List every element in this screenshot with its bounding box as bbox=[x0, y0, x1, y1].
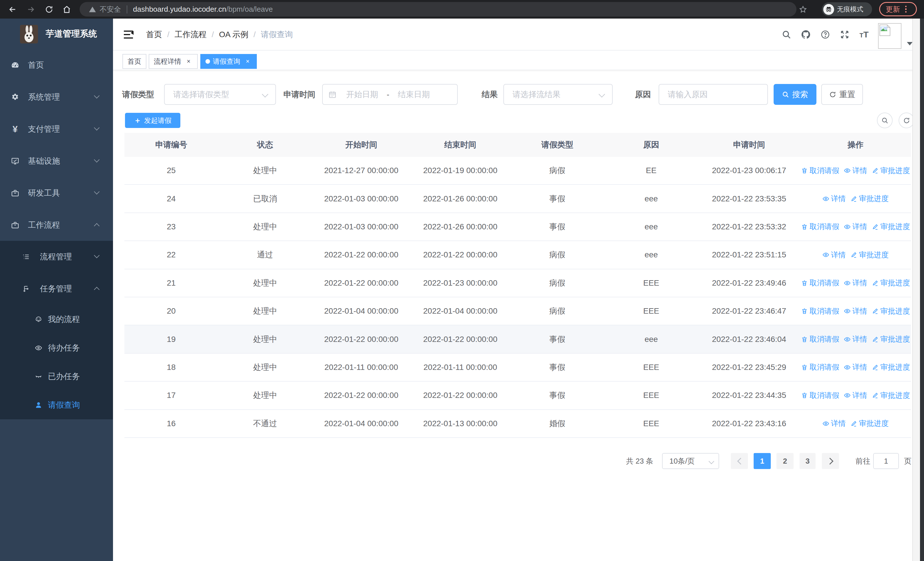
detail-link[interactable]: 详情 bbox=[844, 391, 867, 400]
cancel-leave-link[interactable]: 取消请假 bbox=[801, 222, 839, 232]
sidebar: 芋道管理系统 首页 系统管理 ¥ 支付管理 基础设施 研发工具 bbox=[0, 18, 113, 561]
approval-progress-link[interactable]: 审批进度 bbox=[872, 306, 910, 316]
breadcrumb-oa-example[interactable]: OA 示例 bbox=[219, 29, 249, 40]
table-refresh-button[interactable] bbox=[898, 113, 914, 128]
tab-process-detail[interactable]: 流程详情× bbox=[148, 54, 198, 69]
cancel-leave-link[interactable]: 取消请假 bbox=[801, 165, 839, 176]
approval-progress-link[interactable]: 审批进度 bbox=[872, 362, 910, 372]
cell-actions: 详情审批进度 bbox=[800, 194, 911, 204]
cancel-leave-link[interactable]: 取消请假 bbox=[801, 334, 839, 344]
cell-reason: EEE bbox=[604, 419, 698, 428]
close-icon[interactable]: × bbox=[244, 57, 252, 65]
sidebar-item-leave-query[interactable]: 请假查询 bbox=[0, 391, 113, 419]
sidebar-item-task-mgmt[interactable]: 任务管理 bbox=[0, 273, 113, 305]
page-size-select[interactable]: 10条/页 bbox=[662, 453, 719, 469]
next-page-button[interactable] bbox=[822, 453, 839, 469]
avatar-dropdown-icon[interactable] bbox=[907, 42, 913, 45]
page: 不安全 dashboard.yudao.iocoder.cn/bpm/oa/le… bbox=[0, 0, 924, 561]
tab-home[interactable]: 首页 bbox=[122, 54, 146, 69]
create-leave-button[interactable]: ＋ 发起请假 bbox=[125, 113, 180, 128]
breadcrumb-home[interactable]: 首页 bbox=[146, 29, 162, 40]
sidebar-item-devtools[interactable]: 研发工具 bbox=[0, 177, 113, 209]
leave-type-select[interactable]: 请选择请假类型 bbox=[164, 84, 276, 105]
sidebar-item-done-tasks[interactable]: 已办任务 bbox=[0, 362, 113, 391]
breadcrumb-workflow[interactable]: 工作流程 bbox=[175, 29, 207, 40]
breadcrumb-current: 请假查询 bbox=[261, 29, 293, 40]
fullscreen-icon[interactable] bbox=[840, 29, 850, 40]
detail-link[interactable]: 详情 bbox=[844, 334, 867, 344]
reload-icon[interactable] bbox=[44, 0, 54, 18]
sidebar-item-infra[interactable]: 基础设施 bbox=[0, 145, 113, 177]
detail-link[interactable]: 详情 bbox=[844, 278, 867, 288]
detail-link[interactable]: 详情 bbox=[844, 165, 867, 176]
start-date-input[interactable]: 开始日期 bbox=[346, 89, 378, 100]
search-icon[interactable] bbox=[782, 29, 792, 40]
font-size-icon[interactable]: TT bbox=[859, 29, 869, 40]
github-icon[interactable] bbox=[801, 29, 811, 40]
approval-progress-link[interactable]: 审批进度 bbox=[850, 250, 889, 260]
detail-link[interactable]: 详情 bbox=[822, 194, 846, 204]
filter-label-reason: 原因 bbox=[635, 84, 651, 105]
url-host: dashboard.yudao.iocoder.cn bbox=[133, 5, 226, 14]
search-button[interactable]: 搜索 bbox=[774, 84, 816, 105]
incognito-icon bbox=[823, 4, 834, 15]
table-search-button[interactable] bbox=[877, 113, 892, 128]
page-button-2[interactable]: 2 bbox=[777, 453, 794, 469]
approval-progress-link[interactable]: 审批进度 bbox=[872, 334, 910, 344]
cancel-leave-link[interactable]: 取消请假 bbox=[801, 391, 839, 400]
approval-progress-link[interactable]: 审批进度 bbox=[850, 418, 889, 429]
sidebar-item-todo-tasks[interactable]: 待办任务 bbox=[0, 334, 113, 362]
cell-apply-time: 2022-01-23 00:06:17 bbox=[698, 166, 800, 175]
sidebar-item-workflow[interactable]: 工作流程 bbox=[0, 209, 113, 241]
approval-progress-link[interactable]: 审批进度 bbox=[872, 278, 910, 288]
approval-progress-link[interactable]: 审批进度 bbox=[850, 194, 889, 204]
browser-menu-icon[interactable] bbox=[905, 6, 907, 12]
sidebar-item-payment[interactable]: ¥ 支付管理 bbox=[0, 113, 113, 145]
tab-label: 流程详情 bbox=[154, 57, 181, 66]
date-range-picker[interactable]: 开始日期 - 结束日期 bbox=[322, 84, 458, 105]
avatar[interactable] bbox=[878, 23, 902, 49]
sidebar-collapse-icon[interactable] bbox=[124, 27, 133, 42]
forward-icon[interactable] bbox=[26, 0, 36, 18]
security-chip[interactable]: 不安全 bbox=[100, 5, 121, 14]
app-title: 芋道管理系统 bbox=[46, 18, 97, 49]
logo-avatar bbox=[20, 25, 38, 44]
page-button-3[interactable]: 3 bbox=[800, 453, 816, 469]
app-logo[interactable]: 芋道管理系统 bbox=[0, 18, 113, 49]
cell-start-time: 2022-01-04 00:00:00 bbox=[312, 419, 410, 428]
sidebar-item-system[interactable]: 系统管理 bbox=[0, 81, 113, 113]
address-bar[interactable]: 不安全 dashboard.yudao.iocoder.cn/bpm/oa/le… bbox=[80, 2, 796, 17]
tags-view: 首页 流程详情× 请假查询× bbox=[113, 51, 924, 70]
close-icon[interactable]: × bbox=[184, 57, 193, 65]
detail-link[interactable]: 详情 bbox=[844, 362, 867, 372]
page-scrollbar[interactable] bbox=[912, 18, 920, 561]
detail-link[interactable]: 详情 bbox=[844, 222, 867, 232]
tab-leave-query[interactable]: 请假查询× bbox=[200, 54, 257, 69]
end-date-input[interactable]: 结束日期 bbox=[398, 89, 430, 100]
approval-progress-link[interactable]: 审批进度 bbox=[872, 222, 910, 232]
approval-progress-link[interactable]: 审批进度 bbox=[872, 165, 910, 176]
cancel-leave-link[interactable]: 取消请假 bbox=[801, 306, 839, 316]
reset-button[interactable]: 重置 bbox=[821, 84, 863, 105]
back-icon[interactable] bbox=[8, 0, 18, 18]
home-icon[interactable] bbox=[62, 0, 72, 18]
goto-page-input[interactable]: 1 bbox=[873, 453, 899, 469]
detail-link[interactable]: 详情 bbox=[822, 418, 846, 429]
sidebar-item-process-mgmt[interactable]: 流程管理 bbox=[0, 241, 113, 273]
detail-link[interactable]: 详情 bbox=[822, 250, 846, 260]
cell-id: 18 bbox=[124, 363, 218, 372]
approval-progress-link[interactable]: 审批进度 bbox=[872, 391, 910, 400]
result-select[interactable]: 请选择流结果 bbox=[503, 84, 613, 105]
help-icon[interactable] bbox=[820, 29, 830, 40]
cancel-leave-link[interactable]: 取消请假 bbox=[801, 278, 839, 288]
detail-link[interactable]: 详情 bbox=[844, 306, 867, 316]
prev-page-button[interactable] bbox=[731, 453, 748, 469]
update-button[interactable]: 更新 bbox=[879, 2, 917, 16]
sidebar-item-home[interactable]: 首页 bbox=[0, 49, 113, 81]
bookmark-star-icon[interactable] bbox=[798, 0, 808, 18]
cancel-leave-link[interactable]: 取消请假 bbox=[801, 362, 839, 372]
sidebar-item-my-process[interactable]: 我的流程 bbox=[0, 305, 113, 334]
page-button-1[interactable]: 1 bbox=[754, 453, 771, 469]
reason-input[interactable]: 请输入原因 bbox=[658, 84, 768, 105]
filter-label-leave-type: 请假类型 bbox=[122, 84, 154, 105]
